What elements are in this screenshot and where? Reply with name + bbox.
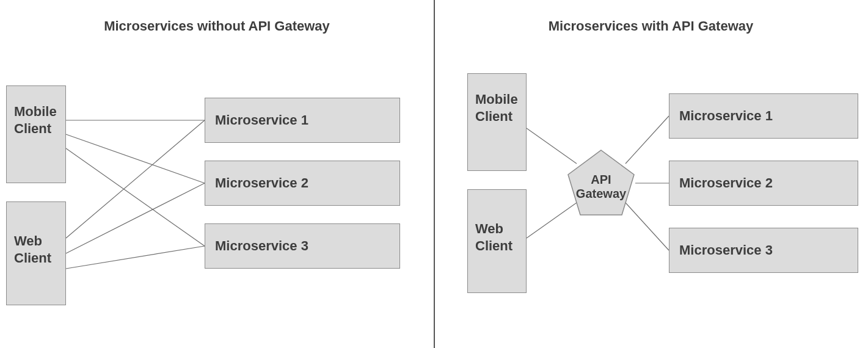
vertical-divider [434,0,435,348]
right-web-client-label: Web Client [475,220,526,254]
left-microservice-2-label: Microservice 2 [215,175,308,191]
svg-line-2 [66,148,205,246]
right-microservice-3-label: Microservice 3 [679,242,773,258]
api-gateway-label: API Gateway [564,173,638,201]
svg-line-5 [66,246,205,269]
left-web-client-label: Web Client [14,233,65,266]
right-microservice-1-box: Microservice 1 [669,93,858,139]
svg-line-3 [66,120,205,238]
right-title: Microservices with API Gateway [434,18,868,34]
left-mobile-client-box: Mobile Client [6,85,66,183]
right-microservice-1-label: Microservice 1 [679,108,773,124]
diagram-root: Microservices without API Gateway Micros… [0,0,868,348]
left-microservice-2-box: Microservice 2 [205,161,400,206]
left-microservice-1-label: Microservice 1 [215,112,308,128]
right-microservice-2-label: Microservice 2 [679,175,773,191]
api-gateway-pentagon: API Gateway [564,147,638,220]
right-mobile-client-box: Mobile Client [467,73,527,171]
right-microservice-3-box: Microservice 3 [669,228,858,273]
svg-line-1 [66,134,205,183]
left-web-client-box: Web Client [6,201,66,305]
right-mobile-client-label: Mobile Client [475,91,526,125]
left-mobile-client-label: Mobile Client [14,103,65,137]
left-microservice-3-box: Microservice 3 [205,223,400,269]
svg-line-4 [66,183,205,253]
right-microservice-2-box: Microservice 2 [669,161,858,206]
left-title: Microservices without API Gateway [0,18,434,34]
right-web-client-box: Web Client [467,189,527,293]
left-microservice-3-label: Microservice 3 [215,238,308,254]
left-microservice-1-box: Microservice 1 [205,98,400,143]
